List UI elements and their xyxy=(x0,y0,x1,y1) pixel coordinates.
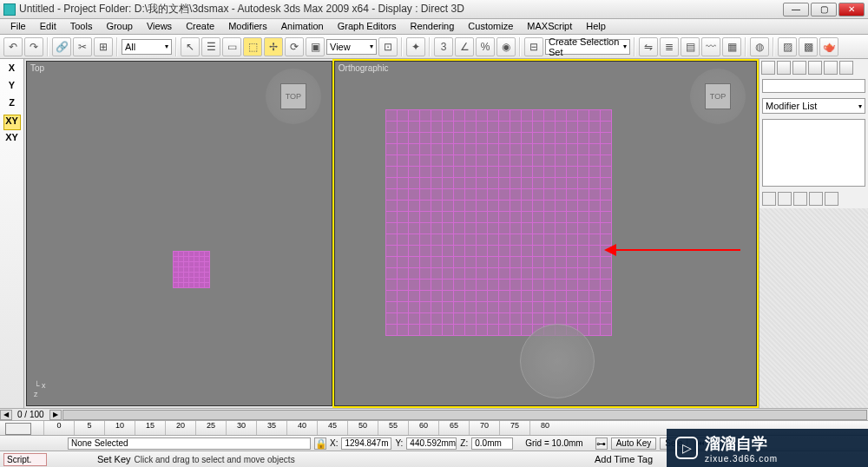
menu-rendering[interactable]: Rendering xyxy=(404,19,462,34)
render-setup-button[interactable]: ▨ xyxy=(778,37,797,56)
named-sel-button[interactable]: ⊟ xyxy=(524,37,543,56)
lock-selection-button[interactable]: 🔒 xyxy=(314,437,326,450)
z-input[interactable]: 0.0mm xyxy=(471,437,513,450)
material-editor-button[interactable]: ◍ xyxy=(750,37,769,56)
steering-wheel[interactable] xyxy=(520,324,595,398)
menu-views[interactable]: Views xyxy=(140,19,179,34)
add-time-tag-button[interactable]: Add Time Tag xyxy=(595,454,653,464)
maxscript-mini-listener[interactable]: Script. xyxy=(3,453,47,466)
curve-editor-button[interactable]: 〰 xyxy=(701,37,720,56)
window-crossing-button[interactable]: ⬚ xyxy=(243,37,262,56)
remove-mod-button[interactable] xyxy=(809,192,823,206)
tab-create[interactable] xyxy=(761,61,775,75)
select-region-button[interactable]: ▭ xyxy=(222,37,241,56)
bind-button[interactable]: ⊞ xyxy=(94,37,113,56)
frame-readout: 0 / 100 xyxy=(12,410,49,419)
viewport-ortho-label: Orthographic xyxy=(339,63,389,73)
menu-edit[interactable]: Edit xyxy=(33,19,63,34)
undo-button[interactable]: ↶ xyxy=(3,37,23,56)
prompt-line: Click and drag to select and move object… xyxy=(135,455,295,464)
tab-display[interactable] xyxy=(824,61,838,75)
redo-button[interactable]: ↷ xyxy=(24,37,43,56)
axis-x[interactable]: X xyxy=(3,62,21,78)
show-result-button[interactable] xyxy=(778,192,792,206)
make-unique-button[interactable] xyxy=(793,192,807,206)
menu-create[interactable]: Create xyxy=(179,19,221,34)
slider-right-button[interactable]: ▶ xyxy=(49,410,62,420)
angle-snap-button[interactable]: ∠ xyxy=(455,37,474,56)
menu-graph-editors[interactable]: Graph Editors xyxy=(331,19,404,34)
viewcube-face[interactable]: TOP xyxy=(280,83,306,109)
viewcube-face-r[interactable]: TOP xyxy=(705,83,731,109)
pin-stack-button[interactable] xyxy=(762,192,776,206)
unlink-button[interactable]: ✂ xyxy=(73,37,92,56)
render-button[interactable]: 🫖 xyxy=(819,37,838,56)
time-slider-track[interactable] xyxy=(62,410,867,420)
menu-group[interactable]: Group xyxy=(99,19,140,34)
watermark-url: zixue.3d66.com xyxy=(705,454,778,464)
tab-hierarchy[interactable] xyxy=(792,61,806,75)
axis-constraints-toolbar: X Y Z XY XY xyxy=(0,59,24,408)
select-name-button[interactable]: ☰ xyxy=(201,37,220,56)
link-button[interactable]: 🔗 xyxy=(52,37,71,56)
tab-modify[interactable] xyxy=(777,61,791,75)
layers-button[interactable]: ▤ xyxy=(681,37,700,56)
spinner-snap-button[interactable]: ◉ xyxy=(496,37,516,56)
modifier-list-combo[interactable]: Modifier List xyxy=(762,98,865,114)
select-rotate-button[interactable]: ⟳ xyxy=(285,37,304,56)
snap-button[interactable]: 3 xyxy=(434,37,453,56)
select-move-button[interactable]: ✢ xyxy=(264,37,283,56)
tab-utilities[interactable] xyxy=(839,61,853,75)
tick: 70 xyxy=(469,421,499,435)
viewcube-left[interactable]: TOP xyxy=(266,69,321,124)
track-bar-button[interactable] xyxy=(5,423,31,435)
viewport-top-label: Top xyxy=(30,63,44,73)
axis-y[interactable]: Y xyxy=(3,80,21,95)
maximize-button[interactable]: ▢ xyxy=(811,3,837,16)
auto-key-button[interactable]: Auto Key xyxy=(611,437,657,450)
menu-maxscript[interactable]: MAXScript xyxy=(520,19,579,34)
window-title: Untitled - Project Folder: D:\我的文档\3dsma… xyxy=(19,2,783,16)
menu-modifiers[interactable]: Modifiers xyxy=(221,19,274,34)
schematic-button[interactable]: ▦ xyxy=(722,37,741,56)
menu-file[interactable]: File xyxy=(3,19,33,34)
x-input[interactable]: 1294.847m xyxy=(341,437,391,450)
menu-help[interactable]: Help xyxy=(579,19,613,34)
select-button[interactable]: ↖ xyxy=(181,37,200,56)
menu-animation[interactable]: Animation xyxy=(274,19,331,34)
percent-snap-button[interactable]: % xyxy=(476,37,495,56)
mirror-button[interactable]: ⇋ xyxy=(639,37,658,56)
named-selection-combo[interactable]: Create Selection Set xyxy=(545,39,630,55)
rendered-frame-button[interactable]: ▩ xyxy=(799,37,818,56)
slider-left-button[interactable]: ◀ xyxy=(0,410,12,420)
menu-tools[interactable]: Tools xyxy=(63,19,100,34)
ref-coord-combo[interactable]: View xyxy=(326,39,377,55)
select-scale-button[interactable]: ▣ xyxy=(306,37,325,56)
modifier-stack[interactable] xyxy=(762,119,865,187)
tick: 50 xyxy=(347,421,378,435)
tab-motion[interactable] xyxy=(808,61,822,75)
menu-customize[interactable]: Customize xyxy=(461,19,520,34)
panel-tabs xyxy=(760,59,868,76)
configure-button[interactable] xyxy=(825,192,838,206)
viewport-orthographic[interactable]: Orthographic TOP xyxy=(334,61,757,406)
align-button[interactable]: ≣ xyxy=(660,37,679,56)
axis-xy-active[interactable]: XY xyxy=(3,115,21,130)
axis-xy2[interactable]: XY xyxy=(3,132,21,148)
object-name-input[interactable] xyxy=(762,79,865,93)
plane-object-small[interactable] xyxy=(173,251,210,288)
selection-filter-combo[interactable]: All xyxy=(122,39,172,55)
viewport-top[interactable]: Top TOP └ xz xyxy=(26,61,332,406)
axis-z[interactable]: Z xyxy=(3,97,21,113)
tick: 45 xyxy=(317,421,347,435)
manip-button[interactable]: ✦ xyxy=(406,37,425,56)
y-input[interactable]: 440.592mm xyxy=(406,437,457,450)
plane-object-big[interactable] xyxy=(385,109,612,336)
viewcube-right[interactable]: TOP xyxy=(690,69,746,124)
close-button[interactable]: ✕ xyxy=(838,3,865,16)
set-key-button[interactable]: Set Key xyxy=(97,454,131,464)
tick: 0 xyxy=(43,421,74,435)
minimize-button[interactable]: — xyxy=(783,3,809,16)
key-mode-button[interactable]: ⊶ xyxy=(595,437,608,450)
pivot-button[interactable]: ⊡ xyxy=(378,37,398,56)
